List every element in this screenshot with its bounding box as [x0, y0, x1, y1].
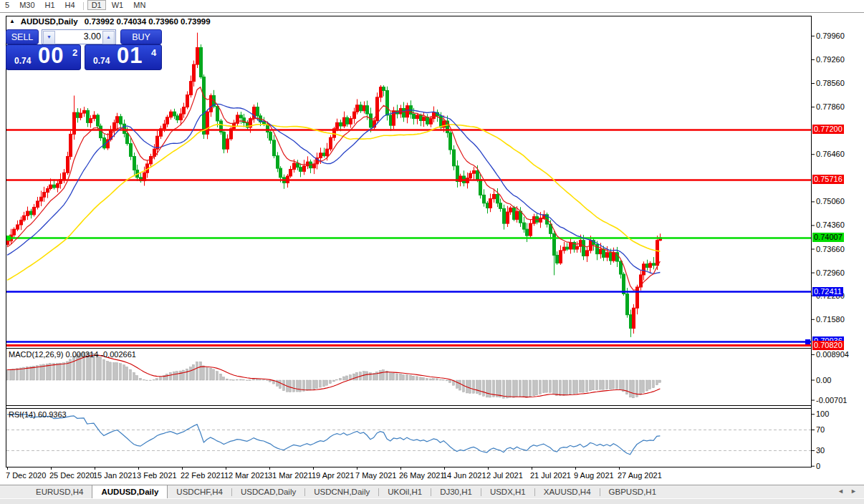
macd-indicator-label: MACD(12,26,9) 0.000314 -0.002661	[9, 350, 136, 359]
volume-input[interactable]: 3.00	[55, 31, 101, 43]
buy-price-panel[interactable]: 0.74 01 4	[85, 44, 162, 70]
sell-price-big: 00	[38, 43, 64, 69]
chart-tab-xauusd-h4[interactable]: XAUUSD,H4	[535, 485, 600, 498]
sell-price-sup: 2	[72, 47, 77, 58]
tabs-scroll-left-icon[interactable]: ◄	[837, 488, 844, 495]
buy-button[interactable]: BUY	[120, 29, 162, 44]
buy-price-prefix: 0.74	[93, 56, 110, 66]
date-label: 15 Jan 2021	[93, 471, 137, 480]
date-label: 3 Feb 2021	[137, 471, 177, 480]
buy-price-big: 01	[117, 43, 143, 69]
rsi-indicator-label: RSI(14) 60.9363	[9, 410, 67, 419]
ohlc-values: 0.73992 0.74034 0.73960 0.73999	[85, 17, 211, 26]
tab-strip: EURUSD,H4AUDUSD,DailyUSDCHF,H4USDCAD,Dai…	[27, 485, 665, 498]
chart-tab-usdx-h1[interactable]: USDX,H1	[481, 485, 534, 498]
date-label: 26 May 2021	[399, 471, 445, 480]
date-axis: 7 Dec 202025 Dec 202015 Jan 20213 Feb 20…	[0, 467, 864, 483]
chart-tab-dj30-h1[interactable]: DJ30,H1	[431, 485, 481, 498]
date-label: 21 Jul 2021	[530, 471, 571, 480]
chart-tab-audusd-daily[interactable]: AUDUSD,Daily	[92, 485, 168, 499]
status-strip	[0, 498, 864, 504]
date-label: 7 May 2021	[355, 471, 396, 480]
sell-button[interactable]: SELL	[6, 29, 39, 44]
chart-tab-usdcnh-daily[interactable]: USDCNH,Daily	[305, 485, 378, 498]
chart-tab-usdchf-h4[interactable]: USDCHF,H4	[168, 485, 231, 498]
date-label: 14 Jun 2021	[443, 471, 486, 480]
date-label: 2 Jul 2021	[486, 471, 523, 480]
chart-tab-gbpusd-h1[interactable]: GBPUSD,H1	[600, 485, 665, 498]
date-label: 19 Apr 2021	[312, 471, 354, 480]
date-label: 9 Aug 2021	[574, 471, 614, 480]
chart-tab-ukoil-h1[interactable]: UKOil,H1	[379, 485, 431, 498]
sell-price-prefix: 0.74	[14, 56, 31, 66]
chart-expander-icon[interactable]: ▲	[9, 18, 15, 24]
volume-spinner: ▼ 3.00 ▲	[42, 29, 116, 44]
chart-tab-eurusd-h4[interactable]: EURUSD,H4	[27, 485, 92, 498]
chart-canvas[interactable]	[0, 0, 864, 504]
date-label: 31 Mar 2021	[268, 471, 312, 480]
date-label: 27 Aug 2021	[618, 471, 662, 480]
tabs-scroll-right-icon[interactable]: ►	[850, 488, 857, 495]
chart-tab-bar: EURUSD,H4AUDUSD,DailyUSDCHF,H4USDCAD,Dai…	[0, 485, 864, 498]
sell-price-panel[interactable]: 0.74 00 2	[6, 44, 81, 70]
date-label: 22 Feb 2021	[181, 471, 225, 480]
date-label: 7 Dec 2020	[6, 471, 46, 480]
volume-increase-button[interactable]: ▲	[102, 31, 115, 44]
date-label: 25 Dec 2020	[49, 471, 94, 480]
trading-app-window: 5M30H1H4D1W1MN ▲ AUDUSD,Daily 0.73992 0.…	[0, 0, 864, 504]
buy-price-sup: 4	[151, 47, 156, 58]
chart-title: ▲ AUDUSD,Daily 0.73992 0.74034 0.73960 0…	[9, 17, 211, 26]
trade-panel: SELL ▼ 3.00 ▲ BUY	[6, 29, 162, 44]
chart-tab-usdcad-daily[interactable]: USDCAD,Daily	[232, 485, 304, 498]
symbol-label: AUDUSD,Daily	[21, 17, 78, 26]
date-label: 12 Mar 2021	[224, 471, 269, 480]
